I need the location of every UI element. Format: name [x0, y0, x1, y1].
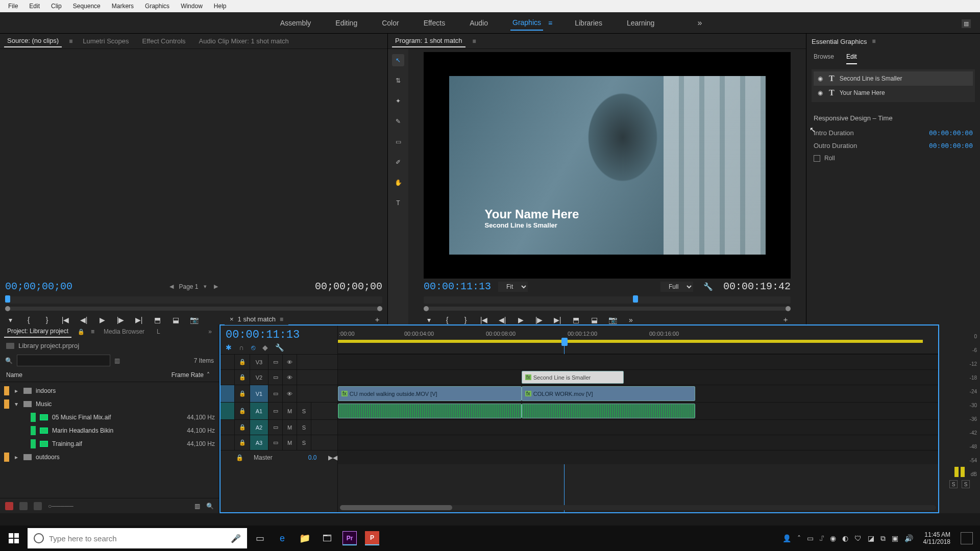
- tab-libraries-short[interactable]: L: [154, 326, 163, 337]
- edge-icon[interactable]: e: [273, 528, 292, 548]
- clip-color-work[interactable]: fx COLOR WORK.mov [V]: [522, 386, 695, 401]
- p-goto-out-icon[interactable]: ▶|: [552, 315, 562, 325]
- intro-duration-value[interactable]: 00:00:00:00: [929, 129, 973, 137]
- file-explorer-icon[interactable]: 📁: [295, 528, 314, 548]
- icon-view-icon[interactable]: [34, 502, 42, 510]
- overwrite-icon[interactable]: ⬓: [170, 315, 181, 325]
- project-overflow-icon[interactable]: »: [205, 326, 215, 337]
- hand-tool-icon[interactable]: ✋: [392, 177, 404, 189]
- quality-select[interactable]: Full: [660, 282, 693, 292]
- p-export-frame-icon[interactable]: 📷: [607, 315, 618, 325]
- p-overflow-icon[interactable]: »: [626, 315, 636, 325]
- eg-tab-browse[interactable]: Browse: [814, 53, 834, 64]
- clip-marin-headlands[interactable]: Marin Headlands Bikin 44,100 Hz: [0, 424, 219, 437]
- track-header-a3[interactable]: 🔒A3▭MS: [220, 435, 337, 450]
- tab-project[interactable]: Project: Library project: [4, 325, 71, 338]
- chrome-tray-icon[interactable]: ◉: [830, 534, 836, 542]
- eg-menu-icon[interactable]: ≡: [872, 38, 875, 45]
- start-button[interactable]: [3, 528, 24, 549]
- program-tab-menu-icon[interactable]: ≡: [473, 38, 476, 45]
- p-step-back-icon[interactable]: ◀|: [497, 315, 507, 325]
- workspace-assembly[interactable]: Assembly: [278, 16, 313, 30]
- battery-icon[interactable]: ▭: [807, 534, 814, 542]
- source-ruler[interactable]: [5, 296, 382, 304]
- new-layer-icon[interactable]: ▥: [962, 19, 971, 28]
- program-ruler[interactable]: [424, 296, 791, 304]
- page-dropdown-icon[interactable]: ▾: [202, 283, 209, 290]
- close-seq-icon[interactable]: ×: [230, 315, 234, 323]
- tab-effect-controls[interactable]: Effect Controls: [139, 35, 189, 47]
- export-frame-icon[interactable]: 📷: [189, 315, 199, 325]
- magnet-icon[interactable]: ∩: [239, 343, 244, 352]
- zoom-slider-icon[interactable]: ○─────: [48, 503, 74, 510]
- project-tab-menu-icon[interactable]: ≡: [91, 328, 94, 335]
- workspace-overflow-icon[interactable]: »: [697, 18, 702, 28]
- lane-master[interactable]: [338, 450, 938, 464]
- tray-icon-4[interactable]: ▣: [892, 534, 898, 542]
- taskbar-clock[interactable]: 11:45 AM 4/11/2018: [919, 531, 954, 545]
- p-in-icon[interactable]: {: [442, 315, 452, 325]
- timeline-h-scroll[interactable]: [340, 505, 936, 510]
- marker-icon[interactable]: ◆: [262, 343, 268, 352]
- p-extract-icon[interactable]: ⬓: [589, 315, 599, 325]
- menu-markers[interactable]: Markers: [107, 1, 139, 11]
- find-icon[interactable]: 🔍: [206, 503, 214, 510]
- selection-tool-icon[interactable]: ↖: [392, 54, 404, 66]
- lane-v3[interactable]: [338, 354, 938, 369]
- bracket-in-icon[interactable]: {: [23, 315, 34, 325]
- menu-edit[interactable]: Edit: [24, 1, 45, 11]
- program-monitor[interactable]: Your Name Here Second Line is Smaller: [424, 52, 791, 279]
- track-header-master[interactable]: 🔒Master0.0▶◀: [220, 450, 337, 464]
- timeline-tc[interactable]: 00:00:11:13: [226, 329, 332, 341]
- outro-duration-value[interactable]: 00:00:00:00: [929, 142, 973, 149]
- tab-program[interactable]: Program: 1 shot match: [392, 35, 465, 47]
- sort-icon[interactable]: ˄: [204, 371, 213, 379]
- usb-icon[interactable]: ⑀: [820, 534, 824, 542]
- wrench-icon[interactable]: 🔧: [275, 343, 284, 352]
- page-label[interactable]: Page 1: [179, 283, 198, 290]
- playhead-icon[interactable]: [561, 338, 568, 346]
- eyedrop-tool-icon[interactable]: ✐: [392, 156, 404, 168]
- p-step-fwd-icon[interactable]: |▶: [534, 315, 544, 325]
- source-tab-menu-icon[interactable]: ≡: [69, 38, 72, 45]
- lane-v2[interactable]: fx Second Line is Smaller: [338, 369, 938, 385]
- dropbox-icon[interactable]: ⧉: [880, 534, 886, 543]
- mark-in-icon[interactable]: ▾: [5, 315, 15, 325]
- p-mark-icon[interactable]: ▾: [424, 315, 434, 325]
- visibility-icon[interactable]: ◉: [817, 89, 824, 96]
- tray-icon-2[interactable]: ◐: [842, 534, 848, 542]
- clip-graphics[interactable]: fx Second Line is Smaller: [522, 371, 624, 384]
- shield-icon[interactable]: 🛡: [854, 534, 862, 542]
- workspace-audio[interactable]: Audio: [468, 16, 490, 30]
- lane-a2[interactable]: [338, 419, 938, 435]
- source-scrub[interactable]: [5, 307, 382, 311]
- col-frame-rate[interactable]: Frame Rate: [153, 371, 204, 379]
- clip-audio-a[interactable]: [338, 404, 522, 418]
- lane-a3[interactable]: [338, 435, 938, 450]
- new-bin-icon[interactable]: ▥: [194, 503, 200, 510]
- menu-graphics[interactable]: Graphics: [140, 1, 175, 11]
- filter-icon[interactable]: ▥: [114, 357, 120, 364]
- eg-layer-second-line[interactable]: ◉ T Second Line is Smaller: [814, 71, 973, 86]
- track-header-a1[interactable]: 🔒A1▭MS: [220, 402, 337, 419]
- timeline-menu-icon[interactable]: ≡: [280, 316, 283, 323]
- powerpoint-icon[interactable]: P: [362, 528, 382, 548]
- clip-audio-b[interactable]: [522, 404, 695, 418]
- workspace-color[interactable]: Color: [380, 16, 401, 30]
- menu-clip[interactable]: Clip: [46, 1, 67, 11]
- volume-icon[interactable]: 🔊: [904, 534, 913, 542]
- zoom-fit-select[interactable]: Fit: [498, 282, 528, 292]
- tab-source[interactable]: Source: (no clips): [4, 35, 62, 47]
- track-header-v1[interactable]: 🔒V1▭👁: [220, 385, 337, 402]
- project-search-input[interactable]: [17, 355, 110, 366]
- next-page-icon[interactable]: ▶: [212, 283, 220, 290]
- workspace-effects[interactable]: Effects: [422, 16, 448, 30]
- menu-file[interactable]: File: [3, 1, 23, 11]
- track-header-a2[interactable]: 🔒A2▭MS: [220, 419, 337, 435]
- program-tc-in[interactable]: 00:00:11:13: [424, 281, 491, 292]
- sequence-name[interactable]: 1 shot match: [238, 315, 276, 323]
- workspace-learning[interactable]: Learning: [625, 16, 657, 30]
- pen-tool-icon[interactable]: ✎: [392, 115, 404, 128]
- clip-training[interactable]: Training.aif 44,100 Hz: [0, 437, 219, 450]
- taskbar-search[interactable]: 🎤: [28, 528, 247, 548]
